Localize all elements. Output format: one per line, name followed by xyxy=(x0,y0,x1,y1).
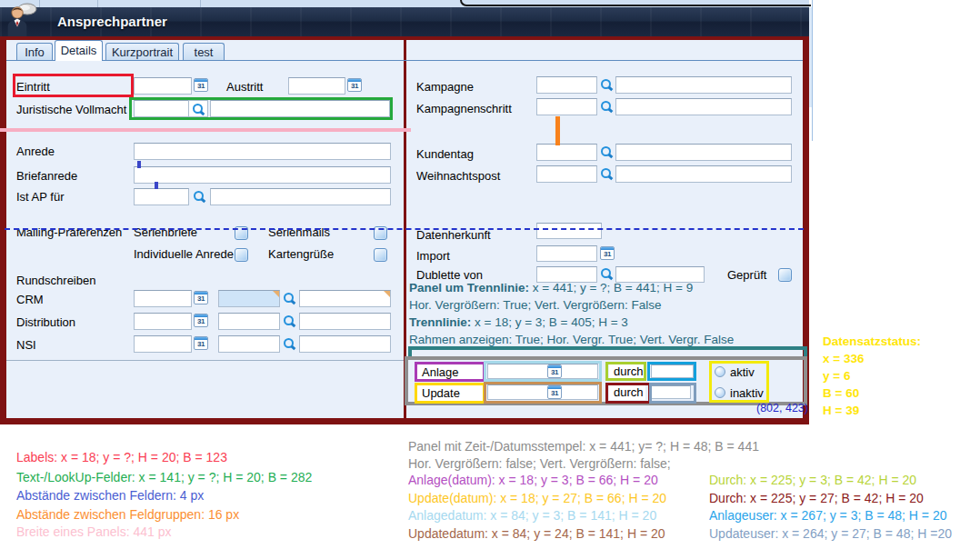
field-kampagne-text[interactable] xyxy=(615,76,792,94)
field-update-datum[interactable] xyxy=(487,384,598,400)
field-ist-ap-lookup[interactable] xyxy=(134,188,189,205)
calendar-button-anlage[interactable]: 31 xyxy=(547,364,562,378)
window-title: Ansprechpartner xyxy=(57,14,167,29)
magnifier-icon-kampagne[interactable] xyxy=(600,77,614,92)
separator-note-line4: Rahmen anzeigen: True; Hor. Vergr. True;… xyxy=(409,333,734,346)
datensatzstatus-y: y = 6 xyxy=(823,369,850,383)
strip-divider xyxy=(200,0,201,7)
tab-strip-baseline xyxy=(6,60,803,61)
panel-divider xyxy=(404,40,406,418)
field-kundentag-text[interactable] xyxy=(615,144,792,161)
field-anrede[interactable] xyxy=(134,143,391,160)
field-crm-lookup[interactable] xyxy=(218,290,280,307)
label-serienmails: Serienmails xyxy=(268,224,330,242)
label-kundentag: Kundentag xyxy=(416,145,474,164)
separator-note-line1: Panel um Trennlinie: x = 441; y = ?; B =… xyxy=(409,281,693,294)
tab-info[interactable]: Info xyxy=(16,43,53,60)
radio-inaktiv[interactable] xyxy=(715,387,725,398)
contact-person-icon xyxy=(5,2,38,36)
field-distribution-datum[interactable] xyxy=(134,313,192,330)
calendar-button-eintritt[interactable]: 31 xyxy=(194,78,208,92)
magnifier-icon-crm[interactable] xyxy=(283,291,296,305)
measurement-note-anlage-label: Anlage(datum): x = 18; y = 3; B = 66; H … xyxy=(408,473,658,487)
calendar-button-update[interactable]: 31 xyxy=(547,385,562,399)
checkbox-individuelle-anrede[interactable] xyxy=(235,248,248,262)
field-distribution-text[interactable] xyxy=(299,313,391,330)
measurement-note-anlagedatum: Anlagedatum: x = 84; y = 3; B = 141; H =… xyxy=(408,508,656,523)
field-austritt-datum[interactable] xyxy=(288,77,345,95)
label-ist-ap-fuer: Ist AP für xyxy=(16,188,65,206)
field-anlage-datum[interactable] xyxy=(487,364,598,379)
label-austritt: Austritt xyxy=(226,78,263,96)
checkbox-serienmails[interactable] xyxy=(374,226,387,240)
label-anlage: Anlage xyxy=(417,364,483,380)
field-jv-text[interactable] xyxy=(210,100,390,117)
field-kundentag-lookup[interactable] xyxy=(536,144,597,161)
title-bar: Ansprechpartner xyxy=(0,7,809,36)
field-anlage-user[interactable] xyxy=(651,364,694,378)
calendar-button-crm[interactable]: 31 xyxy=(194,291,208,304)
label-geprueft: Geprüft xyxy=(727,266,766,284)
tab-test[interactable]: test xyxy=(183,43,225,60)
label-kampagne: Kampagne xyxy=(416,78,474,96)
measurement-note-stamp-panel-2: Hor. Vergrößern: false; Vert. Vergrößern… xyxy=(408,456,671,471)
screenshot-root: Ansprechpartner Info Details Kurzportrai… xyxy=(0,0,980,549)
field-weihnachtspost-lookup[interactable] xyxy=(536,165,597,183)
magnifier-button-jv[interactable] xyxy=(188,100,208,117)
tab-details[interactable]: Details xyxy=(55,40,103,61)
field-kampagnenschritt-lookup[interactable] xyxy=(536,98,597,115)
label-serienbriefe: Serienbriefe xyxy=(134,224,197,242)
measurement-note-stamp-panel-1: Panel mit Zeit-/Datumsstempel: x = 441; … xyxy=(408,439,759,454)
field-import-datum[interactable] xyxy=(536,245,597,262)
field-nsi-lookup[interactable] xyxy=(218,335,280,353)
magnifier-icon-kampagnenschritt[interactable] xyxy=(600,99,614,114)
separator-note-line2: Hor. Vergrößern: True; Vert. Vergrößern:… xyxy=(409,298,662,312)
field-ist-ap-text[interactable] xyxy=(210,188,391,205)
label-aktiv: aktiv xyxy=(730,364,755,382)
magnifier-icon-kundentag[interactable] xyxy=(600,145,614,159)
calendar-button-austritt[interactable]: 31 xyxy=(347,78,362,92)
field-nsi-datum[interactable] xyxy=(134,335,192,353)
label-durch-2: durch xyxy=(609,385,645,400)
measurement-note-textfields: Text-/LookUp-Felder: x = 141; y = ?; H =… xyxy=(16,470,312,484)
field-eintritt-datum[interactable] xyxy=(134,77,192,95)
checkbox-serienbriefe[interactable] xyxy=(235,226,248,240)
label-individuelle-anrede: Individuelle Anrede xyxy=(134,245,234,264)
field-crm-text[interactable] xyxy=(299,290,391,307)
label-import: Import xyxy=(416,247,450,265)
label-distribution: Distribution xyxy=(16,314,75,332)
magnifier-icon-distribution[interactable] xyxy=(283,314,296,328)
measurement-note-durch-2: Durch: x = 225; y = 27; B = 42; H = 20 xyxy=(709,491,924,505)
label-rundschreiben: Rundschreiben xyxy=(16,272,95,290)
field-distribution-lookup[interactable] xyxy=(218,313,280,330)
magnifier-icon-nsi[interactable] xyxy=(283,336,296,351)
field-weihnachtspost-text[interactable] xyxy=(615,165,792,183)
measurement-note-group-gap: Abstände zwischen Feldgruppen: 16 px xyxy=(16,507,239,522)
field-datenherkunft[interactable] xyxy=(536,223,602,239)
checkbox-kartengruesse[interactable] xyxy=(374,248,387,262)
field-jv-lookup[interactable] xyxy=(134,100,189,117)
calendar-button-nsi[interactable]: 31 xyxy=(194,336,208,350)
field-nsi-text[interactable] xyxy=(299,335,391,353)
field-kampagne-lookup[interactable] xyxy=(536,76,597,94)
magnifier-icon-ist-ap[interactable] xyxy=(193,189,206,204)
field-briefanrede[interactable] xyxy=(134,166,391,184)
tab-kurzportrait[interactable]: Kurzportrait xyxy=(105,43,179,60)
magnifier-icon-weihnachtspost[interactable] xyxy=(600,166,614,181)
datensatzstatus-title: Datensatzstatus: xyxy=(823,334,921,348)
calendar-button-distribution[interactable]: 31 xyxy=(194,314,208,327)
label-nsi: NSI xyxy=(16,336,36,354)
datensatzstatus-x: x = 336 xyxy=(823,352,864,365)
field-update-user[interactable] xyxy=(651,385,691,399)
left-panel-bottom-line xyxy=(6,360,404,361)
checkbox-geprueft[interactable] xyxy=(778,268,792,282)
strip-divider xyxy=(97,0,98,7)
radio-aktiv[interactable] xyxy=(715,366,725,377)
magnifier-icon-dublette[interactable] xyxy=(600,266,614,281)
label-briefanrede: Briefanrede xyxy=(16,167,77,185)
calendar-button-import[interactable]: 31 xyxy=(600,246,615,260)
field-crm-datum[interactable] xyxy=(134,290,192,307)
coords-readout: (802, 423) xyxy=(756,402,808,414)
label-juristische-vollmacht: Juristische Vollmacht xyxy=(16,101,126,119)
field-kampagnenschritt-text[interactable] xyxy=(615,98,792,115)
